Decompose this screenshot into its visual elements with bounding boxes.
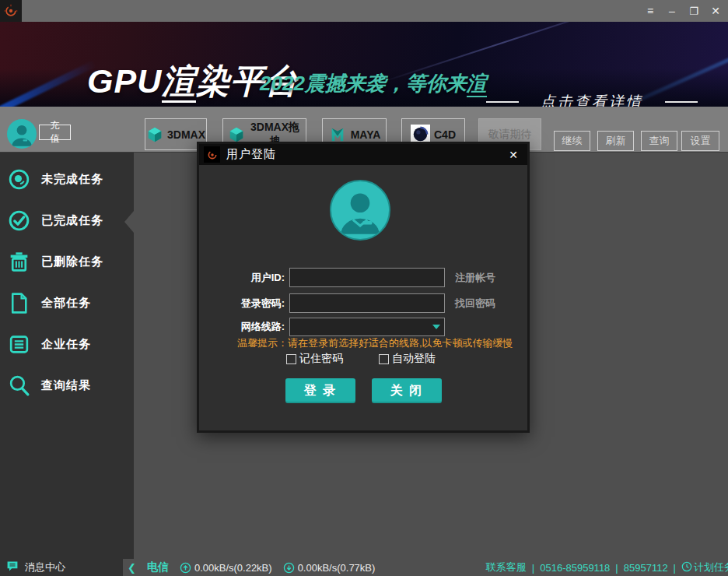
user-avatar[interactable] [7,119,37,149]
maximize-icon[interactable]: ❐ [688,6,700,16]
sidebar: 未完成任务 已完成任务 已删除任务 [0,153,134,576]
banner-subtitle: 2022震撼来袭，等你来渲 [260,70,487,97]
sidebar-item-deleted-tasks[interactable]: 已删除任务 [0,241,134,283]
record-circle-icon [7,167,31,191]
scheduled-tasks-label: 计划任务 [694,560,728,574]
trash-icon [7,250,31,274]
dialog-logo-icon [204,146,220,163]
user-id-row: 用户ID: 注册帐号 [199,268,527,287]
app-button-label: MAYA [351,128,381,141]
window-controls: ≡ – ❐ ✕ [644,5,728,16]
login-tip-text: 温馨提示：请在登录前选择好适合的线路,以免卡顿或传输缓慢 [237,336,513,350]
banner-streak [0,60,96,107]
sidebar-item-label: 全部任务 [41,296,91,311]
message-center[interactable]: 消息中心 [0,559,123,576]
network-line-label: 网络线路: [199,320,285,334]
file-icon [7,291,31,315]
user-id-label: 用户ID: [199,271,285,285]
list-icon [7,332,31,356]
remember-password-label: 记住密码 [299,352,343,366]
remember-password-option[interactable]: 记住密码 [286,352,343,366]
recover-password-link[interactable]: 找回密码 [455,297,495,311]
3dmax-drag-icon [228,125,245,144]
chat-bubble-icon [6,560,19,575]
check-circle-icon [7,209,31,233]
collapse-chevron-icon[interactable]: ❮ [128,562,136,574]
auto-login-label: 自动登陆 [392,352,436,366]
login-button[interactable]: 登 录 [285,378,355,403]
password-label: 登录密码: [199,297,285,311]
separator: | [674,562,676,574]
menu-icon[interactable]: ≡ [644,5,656,16]
3dmax-icon [146,125,163,144]
continue-button[interactable]: 继续 [554,131,590,151]
close-window-icon[interactable]: ✕ [709,5,722,16]
statusbar: 消息中心 ❮ 电信 0.00kB/s(0.22kB) 0.00kB/s(0.77… [0,559,728,576]
remember-password-checkbox[interactable] [286,354,296,364]
search-icon [7,374,31,398]
sidebar-item-completed-tasks[interactable]: 已完成任务 [0,200,134,241]
separator: | [532,562,534,574]
chevron-down-icon [432,325,440,329]
dialog-buttons-row: 登 录 关 闭 [285,378,442,403]
sidebar-item-all-tasks[interactable]: 全部任务 [0,283,134,324]
statusbar-right: 联系客服 | 0516-85959118 | 85957112 | 计划任务 [486,559,728,576]
upload-speed: 0.00kB/s(0.22kB) [194,562,272,574]
register-link[interactable]: 注册帐号 [455,271,495,285]
sidebar-item-incomplete-tasks[interactable]: 未完成任务 [0,159,134,200]
refresh-button[interactable]: 刷新 [597,131,634,151]
scheduled-tasks[interactable]: 计划任务 [681,560,728,574]
app-window: ≡ – ❐ ✕ GPU渲染平台 2022震撼来袭，等你来渲 点击查看详情 充 值 [0,0,728,576]
app-button-label: 3DMAX [167,128,205,141]
banner-cta[interactable]: 点击查看详情 [486,92,698,107]
app-logo-icon [0,0,22,22]
sidebar-item-enterprise-tasks[interactable]: 企业任务 [0,324,134,365]
cta-line-left [486,101,519,103]
dialog-title: 用户登陆 [226,147,276,162]
cta-line-right [665,101,698,103]
close-dialog-button[interactable]: 关 闭 [372,378,442,403]
minimize-icon[interactable]: – [666,5,678,16]
login-options-row: 记住密码 自动登陆 [286,352,436,366]
auto-login-option[interactable]: 自动登陆 [379,352,436,366]
contact-service-link[interactable]: 联系客服 [486,560,527,574]
app-button-label: C4D [434,128,456,141]
network-line-select[interactable] [289,318,445,336]
sidebar-item-label: 已完成任务 [41,213,103,228]
query-button[interactable]: 查询 [641,131,677,151]
service-phone-primary[interactable]: 0516-85959118 [540,562,610,574]
download-speed: 0.00kB/s(0.77kB) [298,562,376,574]
clock-icon [681,561,692,574]
login-avatar [330,180,390,241]
user-id-input[interactable] [289,268,445,287]
sidebar-item-label: 已删除任务 [41,255,103,269]
separator: | [615,562,618,574]
dialog-close-icon[interactable]: ✕ [504,149,523,161]
password-input[interactable] [289,293,445,313]
recharge-button[interactable]: 充 值 [39,125,71,140]
titlebar: ≡ – ❐ ✕ [0,0,728,22]
dialog-header[interactable]: 用户登陆 ✕ [199,144,527,165]
sidebar-item-label: 未完成任务 [41,172,103,187]
sidebar-item-label: 企业任务 [41,337,91,352]
promo-banner[interactable]: GPU渲染平台 2022震撼来袭，等你来渲 点击查看详情 [0,22,728,107]
network-line-row: 网络线路: [199,318,527,336]
service-phone-secondary[interactable]: 85957112 [624,562,668,574]
carrier-label[interactable]: 电信 [147,560,169,574]
download-icon [283,562,295,574]
selected-item-notch [124,211,134,233]
login-dialog: 用户登陆 ✕ 用户ID: 注册帐号 登录密码: 找回密码 网络线路: [197,142,530,433]
password-row: 登录密码: 找回密码 [199,293,527,313]
sidebar-item-label: 查询结果 [41,378,91,393]
message-center-label: 消息中心 [25,560,65,574]
settings-button[interactable]: 设置 [681,131,719,151]
sidebar-item-search-results[interactable]: 查询结果 [0,365,134,406]
maya-icon [328,125,347,144]
auto-login-checkbox[interactable] [379,354,389,364]
cta-text[interactable]: 点击查看详情 [541,92,643,107]
upload-icon [180,562,191,574]
